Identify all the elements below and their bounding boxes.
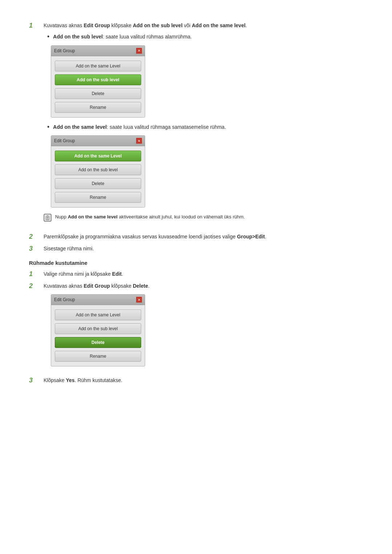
bullet-text-1: Add on the sub level: saate luua valitud… [53, 33, 192, 41]
step-2-number: 2 [29, 233, 44, 241]
dialog-2: Edit Group ✕ Add on the same Level Add o… [51, 135, 145, 208]
step-3: 3 Sisestage rühma nimi. [29, 245, 363, 253]
dialog-3-btn-delete[interactable]: Delete [55, 337, 141, 348]
step-3-content: Sisestage rühma nimi. [44, 245, 363, 253]
note-icon [44, 214, 52, 223]
page-container: 1 Kuvatavas aknas Edit Group klõpsake Ad… [29, 22, 363, 384]
dialog-1-btn-sub-level[interactable]: Add on the sub level [55, 74, 141, 85]
bullet-item-2: • Add on the same level: saate luua vali… [47, 123, 363, 131]
dialog-2-btn-sub-level[interactable]: Add on the sub level [55, 164, 141, 175]
dialog-2-btn-rename[interactable]: Rename [55, 192, 141, 203]
delete-step-3: 3 Klõpsake Yes. Rühm kustutatakse. [29, 377, 363, 384]
note-text: Nupp Add on the same level aktiveeritaks… [55, 213, 245, 221]
dialog-2-wrapper: Edit Group ✕ Add on the same Level Add o… [51, 135, 363, 208]
dialog-2-body: Add on the same Level Add on the sub lev… [51, 146, 145, 207]
dialog-1-btn-delete[interactable]: Delete [55, 88, 141, 99]
dialog-3-wrapper: Edit Group ✕ Add on the same Level Add o… [51, 294, 363, 366]
dialog-2-btn-same-level[interactable]: Add on the same Level [55, 151, 141, 161]
dialog-1: Edit Group ✕ Add on the same Level Add o… [51, 45, 145, 118]
dialog-1-btn-rename[interactable]: Rename [55, 102, 141, 113]
step-2-content: Paremklõpsake ja programmiakna vasakus s… [44, 233, 363, 241]
step-2-text: Paremklõpsake ja programmiakna vasakus s… [44, 233, 363, 241]
step-1: 1 Kuvatavas aknas Edit Group klõpsake Ad… [29, 22, 363, 229]
delete-step-1: 1 Valige rühma nimi ja klõpsake Edit. [29, 270, 363, 278]
bullet-dot-2: • [47, 123, 49, 131]
delete-step-1-content: Valige rühma nimi ja klõpsake Edit. [44, 270, 363, 278]
dialog-3-title-bar: Edit Group ✕ [51, 295, 145, 305]
section-heading: Rühmade kustutamine [29, 260, 363, 266]
dialog-3-title: Edit Group [54, 297, 75, 302]
dialog-1-btn-same-level[interactable]: Add on the same Level [55, 61, 141, 71]
delete-step-3-number: 3 [29, 377, 44, 384]
bullet-item-1: • Add on the sub level: saate luua valit… [47, 33, 363, 41]
delete-step-1-text: Valige rühma nimi ja klõpsake Edit. [44, 270, 363, 278]
dialog-2-close-button[interactable]: ✕ [136, 138, 142, 144]
step-1-content: Kuvatavas aknas Edit Group klõpsake Add … [44, 22, 363, 229]
bullet-list-1: • Add on the sub level: saate luua valit… [47, 33, 363, 41]
delete-step-2-text: Kuvatavas aknas Edit Group klõpsake Dele… [44, 282, 363, 290]
dialog-1-body: Add on the same Level Add on the sub lev… [51, 56, 145, 117]
delete-step-2-content: Kuvatavas aknas Edit Group klõpsake Dele… [44, 282, 363, 372]
dialog-1-title-bar: Edit Group ✕ [51, 46, 145, 56]
delete-step-3-content: Klõpsake Yes. Rühm kustutatakse. [44, 377, 363, 384]
delete-step-1-number: 1 [29, 270, 44, 278]
step-3-number: 3 [29, 245, 44, 253]
step-1-number: 1 [29, 22, 44, 29]
note-box: Nupp Add on the same level aktiveeritaks… [44, 213, 363, 223]
dialog-1-title: Edit Group [54, 48, 75, 53]
dialog-1-wrapper: Edit Group ✕ Add on the same Level Add o… [51, 45, 363, 118]
dialog-1-close-button[interactable]: ✕ [136, 48, 142, 54]
dialog-2-btn-delete[interactable]: Delete [55, 178, 141, 189]
dialog-3-btn-same-level[interactable]: Add on the same Level [55, 309, 141, 320]
delete-step-2-number: 2 [29, 282, 44, 290]
dialog-3-body: Add on the same Level Add on the sub lev… [51, 305, 145, 366]
dialog-3: Edit Group ✕ Add on the same Level Add o… [51, 294, 145, 366]
dialog-3-btn-rename[interactable]: Rename [55, 351, 141, 362]
dialog-2-title: Edit Group [54, 138, 75, 143]
bullet-list-2: • Add on the same level: saate luua vali… [47, 123, 363, 131]
bullet-text-2: Add on the same level: saate luua valitu… [53, 123, 226, 131]
step-1-text: Kuvatavas aknas Edit Group klõpsake Add … [44, 22, 363, 29]
delete-step-2: 2 Kuvatavas aknas Edit Group klõpsake De… [29, 282, 363, 372]
delete-step-3-text: Klõpsake Yes. Rühm kustutatakse. [44, 377, 363, 384]
bullet-dot-1: • [47, 33, 49, 41]
step-3-text: Sisestage rühma nimi. [44, 245, 363, 253]
dialog-2-title-bar: Edit Group ✕ [51, 136, 145, 146]
dialog-3-btn-sub-level[interactable]: Add on the sub level [55, 323, 141, 334]
dialog-3-close-button[interactable]: ✕ [136, 297, 142, 303]
step-2: 2 Paremklõpsake ja programmiakna vasakus… [29, 233, 363, 241]
